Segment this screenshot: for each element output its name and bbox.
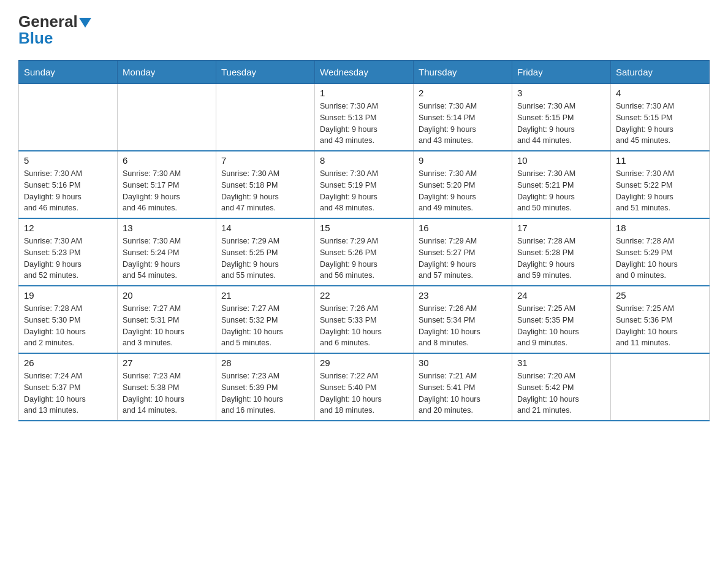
- day-info: Sunrise: 7:22 AMSunset: 5:40 PMDaylight:…: [320, 370, 408, 416]
- calendar-cell: 29Sunrise: 7:22 AMSunset: 5:40 PMDayligh…: [315, 353, 414, 421]
- day-info: Sunrise: 7:25 AMSunset: 5:36 PMDaylight:…: [616, 303, 704, 349]
- calendar-cell: 14Sunrise: 7:29 AMSunset: 5:25 PMDayligh…: [216, 218, 315, 286]
- day-number: 4: [616, 88, 704, 98]
- header-monday: Monday: [118, 61, 216, 84]
- calendar-cell: [216, 84, 315, 151]
- calendar-cell: 17Sunrise: 7:28 AMSunset: 5:28 PMDayligh…: [512, 218, 611, 286]
- day-number: 19: [24, 290, 112, 301]
- day-info: Sunrise: 7:30 AMSunset: 5:15 PMDaylight:…: [616, 101, 704, 147]
- calendar-cell: 27Sunrise: 7:23 AMSunset: 5:38 PMDayligh…: [118, 353, 216, 421]
- week-row-1: 1Sunrise: 7:30 AMSunset: 5:13 PMDaylight…: [19, 84, 710, 151]
- calendar-cell: 20Sunrise: 7:27 AMSunset: 5:31 PMDayligh…: [118, 286, 216, 353]
- day-number: 13: [123, 223, 211, 233]
- calendar: SundayMondayTuesdayWednesdayThursdayFrid…: [18, 60, 710, 421]
- day-number: 31: [517, 358, 605, 368]
- day-info: Sunrise: 7:30 AMSunset: 5:13 PMDaylight:…: [320, 101, 408, 147]
- day-info: Sunrise: 7:27 AMSunset: 5:31 PMDaylight:…: [123, 303, 211, 349]
- day-info: Sunrise: 7:24 AMSunset: 5:37 PMDaylight:…: [24, 370, 112, 416]
- day-info: Sunrise: 7:29 AMSunset: 5:26 PMDaylight:…: [320, 236, 408, 282]
- week-row-3: 12Sunrise: 7:30 AMSunset: 5:23 PMDayligh…: [19, 218, 710, 286]
- day-info: Sunrise: 7:20 AMSunset: 5:42 PMDaylight:…: [517, 370, 605, 416]
- svg-marker-0: [79, 18, 91, 28]
- calendar-cell: 31Sunrise: 7:20 AMSunset: 5:42 PMDayligh…: [512, 353, 611, 421]
- header-tuesday: Tuesday: [216, 61, 315, 84]
- day-info: Sunrise: 7:28 AMSunset: 5:30 PMDaylight:…: [24, 303, 112, 349]
- day-info: Sunrise: 7:26 AMSunset: 5:33 PMDaylight:…: [320, 303, 408, 349]
- day-number: 22: [320, 290, 408, 301]
- calendar-cell: 28Sunrise: 7:23 AMSunset: 5:39 PMDayligh…: [216, 353, 315, 421]
- header-thursday: Thursday: [414, 61, 512, 84]
- day-number: 7: [221, 155, 309, 166]
- day-number: 5: [24, 155, 112, 166]
- day-info: Sunrise: 7:26 AMSunset: 5:34 PMDaylight:…: [419, 303, 507, 349]
- week-row-2: 5Sunrise: 7:30 AMSunset: 5:16 PMDaylight…: [19, 151, 710, 218]
- day-number: 18: [616, 223, 704, 233]
- calendar-cell: 30Sunrise: 7:21 AMSunset: 5:41 PMDayligh…: [414, 353, 512, 421]
- day-info: Sunrise: 7:27 AMSunset: 5:32 PMDaylight:…: [221, 303, 309, 349]
- day-number: 23: [419, 290, 507, 301]
- day-number: 14: [221, 223, 309, 233]
- day-number: 26: [24, 358, 112, 368]
- calendar-cell: 18Sunrise: 7:28 AMSunset: 5:29 PMDayligh…: [611, 218, 710, 286]
- calendar-header-row: SundayMondayTuesdayWednesdayThursdayFrid…: [19, 61, 710, 84]
- calendar-cell: 10Sunrise: 7:30 AMSunset: 5:21 PMDayligh…: [512, 151, 611, 218]
- day-number: 20: [123, 290, 211, 301]
- week-row-4: 19Sunrise: 7:28 AMSunset: 5:30 PMDayligh…: [19, 286, 710, 353]
- day-number: 9: [419, 155, 507, 166]
- day-info: Sunrise: 7:30 AMSunset: 5:21 PMDaylight:…: [517, 168, 605, 214]
- day-number: 16: [419, 223, 507, 233]
- day-number: 6: [123, 155, 211, 166]
- calendar-cell: 22Sunrise: 7:26 AMSunset: 5:33 PMDayligh…: [315, 286, 414, 353]
- day-number: 10: [517, 155, 605, 166]
- day-info: Sunrise: 7:21 AMSunset: 5:41 PMDaylight:…: [419, 370, 507, 416]
- day-number: 29: [320, 358, 408, 368]
- calendar-cell: [118, 84, 216, 151]
- day-number: 15: [320, 223, 408, 233]
- day-info: Sunrise: 7:30 AMSunset: 5:20 PMDaylight:…: [419, 168, 507, 214]
- calendar-cell: 21Sunrise: 7:27 AMSunset: 5:32 PMDayligh…: [216, 286, 315, 353]
- day-info: Sunrise: 7:23 AMSunset: 5:38 PMDaylight:…: [123, 370, 211, 416]
- logo-blue-part: Blue: [18, 29, 53, 47]
- calendar-cell: [19, 84, 118, 151]
- day-number: 25: [616, 290, 704, 301]
- day-info: Sunrise: 7:30 AMSunset: 5:16 PMDaylight:…: [24, 168, 112, 214]
- day-info: Sunrise: 7:30 AMSunset: 5:24 PMDaylight:…: [123, 236, 211, 282]
- calendar-cell: 19Sunrise: 7:28 AMSunset: 5:30 PMDayligh…: [19, 286, 118, 353]
- calendar-cell: 12Sunrise: 7:30 AMSunset: 5:23 PMDayligh…: [19, 218, 118, 286]
- calendar-cell: 9Sunrise: 7:30 AMSunset: 5:20 PMDaylight…: [414, 151, 512, 218]
- day-number: 11: [616, 155, 704, 166]
- day-info: Sunrise: 7:29 AMSunset: 5:25 PMDaylight:…: [221, 236, 309, 282]
- calendar-cell: 8Sunrise: 7:30 AMSunset: 5:19 PMDaylight…: [315, 151, 414, 218]
- calendar-cell: 7Sunrise: 7:30 AMSunset: 5:18 PMDaylight…: [216, 151, 315, 218]
- week-row-5: 26Sunrise: 7:24 AMSunset: 5:37 PMDayligh…: [19, 353, 710, 421]
- header-sunday: Sunday: [19, 61, 118, 84]
- day-info: Sunrise: 7:30 AMSunset: 5:19 PMDaylight:…: [320, 168, 408, 214]
- calendar-cell: 4Sunrise: 7:30 AMSunset: 5:15 PMDaylight…: [611, 84, 710, 151]
- calendar-cell: 15Sunrise: 7:29 AMSunset: 5:26 PMDayligh…: [315, 218, 414, 286]
- calendar-cell: 16Sunrise: 7:29 AMSunset: 5:27 PMDayligh…: [414, 218, 512, 286]
- day-info: Sunrise: 7:30 AMSunset: 5:15 PMDaylight:…: [517, 101, 605, 147]
- calendar-cell: 6Sunrise: 7:30 AMSunset: 5:17 PMDaylight…: [118, 151, 216, 218]
- day-number: 24: [517, 290, 605, 301]
- day-number: 17: [517, 223, 605, 233]
- calendar-cell: 1Sunrise: 7:30 AMSunset: 5:13 PMDaylight…: [315, 84, 414, 151]
- day-number: 8: [320, 155, 408, 166]
- day-info: Sunrise: 7:23 AMSunset: 5:39 PMDaylight:…: [221, 370, 309, 416]
- calendar-cell: 26Sunrise: 7:24 AMSunset: 5:37 PMDayligh…: [19, 353, 118, 421]
- day-info: Sunrise: 7:28 AMSunset: 5:28 PMDaylight:…: [517, 236, 605, 282]
- header-friday: Friday: [512, 61, 611, 84]
- day-info: Sunrise: 7:30 AMSunset: 5:18 PMDaylight:…: [221, 168, 309, 214]
- header-wednesday: Wednesday: [315, 61, 414, 84]
- calendar-cell: 13Sunrise: 7:30 AMSunset: 5:24 PMDayligh…: [118, 218, 216, 286]
- day-info: Sunrise: 7:30 AMSunset: 5:17 PMDaylight:…: [123, 168, 211, 214]
- day-info: Sunrise: 7:29 AMSunset: 5:27 PMDaylight:…: [419, 236, 507, 282]
- day-number: 27: [123, 358, 211, 368]
- calendar-body: 1Sunrise: 7:30 AMSunset: 5:13 PMDaylight…: [19, 84, 710, 421]
- calendar-cell: [611, 353, 710, 421]
- day-info: Sunrise: 7:30 AMSunset: 5:14 PMDaylight:…: [419, 101, 507, 147]
- header: General Blue: [18, 12, 710, 48]
- day-info: Sunrise: 7:25 AMSunset: 5:35 PMDaylight:…: [517, 303, 605, 349]
- day-info: Sunrise: 7:28 AMSunset: 5:29 PMDaylight:…: [616, 236, 704, 282]
- logo-triangle-icon: [79, 17, 91, 28]
- day-number: 3: [517, 88, 605, 98]
